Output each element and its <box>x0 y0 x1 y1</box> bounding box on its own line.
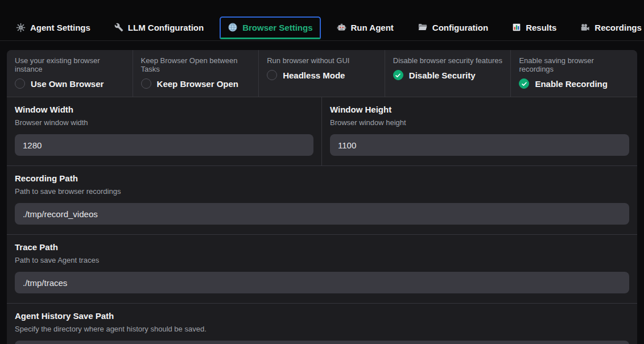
tab-label: Results <box>526 23 556 32</box>
tab-label: LLM Configuration <box>128 23 204 32</box>
disable-security-checkbox[interactable]: Disable Security <box>393 70 503 80</box>
tab-browser-settings[interactable]: Browser Settings <box>220 16 320 39</box>
tab-bar: Agent Settings LLM Configuration Browser… <box>0 0 644 41</box>
use-own-browser-group: Use your existing browser instance Use O… <box>7 50 133 97</box>
field-info: Browser window width <box>15 118 313 127</box>
tab-run-agent[interactable]: Run Agent <box>329 17 402 39</box>
window-width-field: Window Width Browser window width <box>7 97 322 165</box>
window-height-field: Window Height Browser window height <box>322 97 637 165</box>
trace-path-input[interactable] <box>15 272 629 293</box>
folder-icon <box>418 22 428 32</box>
tab-label: Recordings <box>595 23 642 32</box>
window-size-row: Window Width Browser window width Window… <box>7 97 637 165</box>
disable-security-group: Disable browser security features Disabl… <box>385 50 511 97</box>
checkbox-circle[interactable] <box>393 70 403 80</box>
field-label: Window Width <box>15 105 313 114</box>
use-own-browser-checkbox[interactable]: Use Own Browser <box>15 78 125 89</box>
checkbox-info: Run browser without GUI <box>267 56 377 65</box>
wrench-icon <box>114 23 123 32</box>
keep-browser-open-checkbox[interactable]: Keep Browser Open <box>141 78 251 89</box>
checkbox-circle[interactable] <box>15 78 25 89</box>
checkbox-label: Enable Recording <box>535 79 608 89</box>
field-info: Specify the directory where agent histor… <box>15 325 629 333</box>
window-width-input[interactable] <box>15 134 313 156</box>
checkbox-label: Use Own Browser <box>31 79 104 89</box>
headless-mode-group: Run browser without GUI Headless Mode <box>259 50 385 97</box>
checkbox-label: Headless Mode <box>283 71 345 80</box>
field-info: Path to save Agent traces <box>15 256 629 264</box>
tab-configuration[interactable]: Configuration <box>410 16 496 39</box>
agent-history-path-field: Agent History Save Path Specify the dire… <box>7 303 637 344</box>
robot-icon <box>337 23 346 32</box>
recording-path-input[interactable] <box>15 203 629 225</box>
field-info: Browser window height <box>330 118 629 127</box>
checkbox-info: Disable browser security features <box>393 56 503 65</box>
tab-label: Browser Settings <box>242 23 312 32</box>
field-label: Recording Path <box>15 173 629 183</box>
chart-icon <box>512 23 521 32</box>
tab-results[interactable]: Results <box>504 17 564 39</box>
field-label: Agent History Save Path <box>15 311 629 321</box>
keep-browser-open-group: Keep Browser Open between Tasks Keep Bro… <box>133 50 259 97</box>
tab-llm-configuration[interactable]: LLM Configuration <box>106 17 212 39</box>
camera-icon <box>580 23 590 32</box>
headless-mode-checkbox[interactable]: Headless Mode <box>267 70 377 80</box>
globe-icon <box>228 22 238 32</box>
agent-history-path-input[interactable] <box>15 341 629 344</box>
enable-recording-checkbox[interactable]: Enable Recording <box>519 78 629 89</box>
field-label: Trace Path <box>15 242 629 252</box>
field-label: Window Height <box>330 105 629 114</box>
browser-settings-panel: Use your existing browser instance Use O… <box>7 50 637 344</box>
checkbox-info: Keep Browser Open between Tasks <box>141 56 251 73</box>
trace-path-field: Trace Path Path to save Agent traces <box>7 234 637 303</box>
checkbox-info: Enable saving browser recordings <box>519 56 629 73</box>
tab-agent-settings[interactable]: Agent Settings <box>8 17 98 39</box>
window-height-input[interactable] <box>330 134 629 156</box>
tab-recordings[interactable]: Recordings <box>572 17 644 39</box>
gear-icon <box>16 23 26 32</box>
checkbox-circle[interactable] <box>519 78 529 89</box>
check-icon <box>521 81 527 87</box>
checkbox-label: Disable Security <box>409 71 476 80</box>
tab-label: Configuration <box>432 23 488 32</box>
check-icon <box>395 72 401 78</box>
enable-recording-group: Enable saving browser recordings Enable … <box>511 50 637 97</box>
checkbox-label: Keep Browser Open <box>157 79 238 89</box>
checkbox-info: Use your existing browser instance <box>15 56 125 73</box>
checkbox-circle[interactable] <box>267 70 277 80</box>
recording-path-field: Recording Path Path to save browser reco… <box>7 165 637 234</box>
tab-label: Agent Settings <box>30 23 90 32</box>
tab-label: Run Agent <box>351 23 394 32</box>
field-info: Path to save browser recordings <box>15 187 629 196</box>
checkbox-row: Use your existing browser instance Use O… <box>7 50 637 97</box>
checkbox-circle[interactable] <box>141 78 151 89</box>
